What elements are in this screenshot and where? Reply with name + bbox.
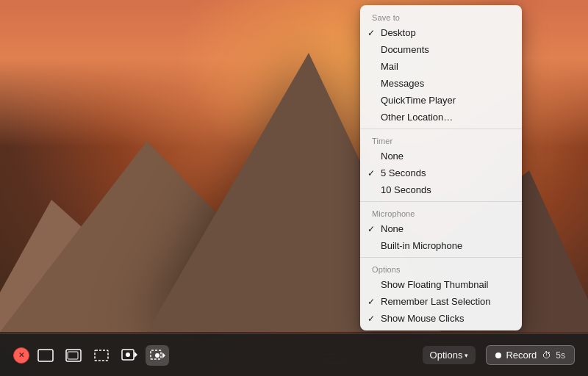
close-button[interactable]: ✕ [13, 347, 29, 364]
record-dot-icon [495, 352, 501, 358]
selection-capture-button[interactable] [90, 345, 113, 366]
svg-rect-1 [66, 350, 81, 361]
menu-item-timer-10s[interactable]: 10 Seconds [360, 181, 522, 198]
window-capture-button[interactable] [62, 345, 85, 366]
svg-rect-3 [95, 350, 108, 361]
svg-point-5 [126, 352, 130, 357]
menu-item-desktop[interactable]: Desktop [360, 24, 522, 41]
menu-section-microphone: Microphone [360, 205, 522, 220]
menu-item-floating-thumbnail[interactable]: Show Floating Thumbnail [360, 276, 522, 293]
menu-item-remember-selection[interactable]: Remember Last Selection [360, 293, 522, 310]
fullscreen-capture-button[interactable] [34, 345, 57, 366]
screen-record-button[interactable] [118, 345, 141, 366]
selection-record-button[interactable] [146, 345, 169, 366]
options-button[interactable]: Options ▾ [423, 346, 476, 364]
svg-point-8 [155, 353, 159, 358]
context-menu: Save to Desktop Documents Mail Messages … [360, 5, 522, 330]
menu-item-other-location[interactable]: Other Location… [360, 109, 522, 126]
menu-item-timer-5s[interactable]: 5 Seconds [360, 164, 522, 181]
menu-section-save-to: Save to [360, 9, 522, 24]
record-timer-value: 5s [556, 350, 565, 361]
menu-item-messages[interactable]: Messages [360, 75, 522, 92]
record-label: Record [506, 350, 537, 361]
menu-section-options: Options [360, 261, 522, 276]
screenshot-toolbar: ✕ Options ▾ [0, 333, 588, 376]
menu-item-mic-none[interactable]: None [360, 220, 522, 237]
menu-section-timer: Timer [360, 132, 522, 148]
menu-item-mic-builtin[interactable]: Built-in Microphone [360, 237, 522, 254]
menu-item-quicktime[interactable]: QuickTime Player [360, 92, 522, 109]
menu-divider-2 [360, 201, 522, 202]
svg-rect-0 [38, 350, 53, 361]
menu-divider-1 [360, 129, 522, 129]
options-label: Options [430, 350, 463, 361]
menu-item-mail[interactable]: Mail [360, 58, 522, 75]
svg-rect-2 [68, 352, 78, 359]
record-button[interactable]: Record ⏱ 5s [486, 345, 575, 365]
menu-divider-3 [360, 257, 522, 258]
svg-marker-9 [162, 352, 165, 358]
menu-item-timer-none[interactable]: None [360, 148, 522, 164]
chevron-down-icon: ▾ [465, 352, 468, 359]
svg-marker-6 [135, 352, 137, 358]
menu-item-show-mouse-clicks[interactable]: Show Mouse Clicks [360, 310, 522, 327]
menu-item-documents[interactable]: Documents [360, 41, 522, 58]
record-timer-icon: ⏱ [542, 350, 551, 361]
